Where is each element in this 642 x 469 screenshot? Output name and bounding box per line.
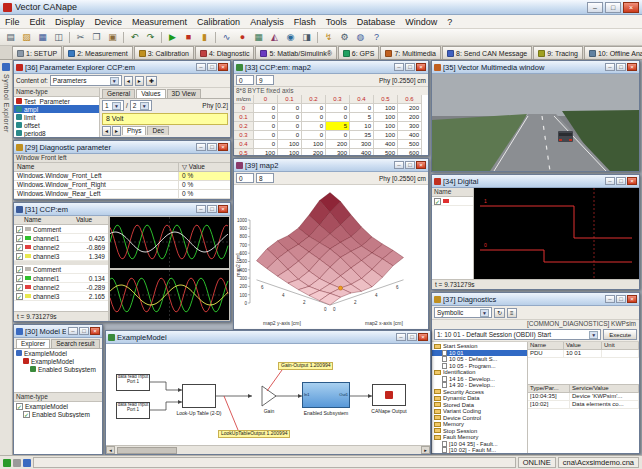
flash-icon[interactable]: ↯: [321, 30, 336, 44]
settings-icon[interactable]: ⚙: [337, 30, 352, 44]
menu-flash[interactable]: Flash: [289, 16, 321, 28]
checkbox-icon[interactable]: ✓: [16, 403, 23, 410]
param-tree-item[interactable]: offset: [14, 121, 99, 129]
map-cell[interactable]: 200: [398, 113, 422, 122]
param-tree-item[interactable]: period8: [14, 129, 99, 137]
map-y-field[interactable]: 9: [256, 75, 274, 85]
map-cell[interactable]: 100: [374, 104, 398, 113]
execute-button[interactable]: Execute: [603, 329, 637, 340]
help-icon[interactable]: ?: [369, 30, 384, 44]
menu-edit[interactable]: Edit: [25, 16, 51, 28]
minimize-button[interactable]: –: [605, 63, 615, 71]
start-measurement-icon[interactable]: ▶: [165, 30, 180, 44]
phys-tab[interactable]: Phys: [122, 126, 146, 135]
undo-icon[interactable]: ↶: [127, 30, 142, 44]
map-cell[interactable]: 0: [302, 131, 326, 140]
back-button[interactable]: ◂: [124, 76, 133, 86]
map-cell[interactable]: 400: [398, 131, 422, 140]
minimize-button[interactable]: –: [605, 177, 615, 185]
scope-channel-row[interactable]: ✓Comment: [14, 225, 108, 234]
log-type-header[interactable]: Type/Par...: [528, 385, 570, 393]
enabled-subsystem-block[interactable]: In1 Out1: [302, 382, 350, 408]
workspace-tab-9[interactable]: 9: Tracing: [533, 46, 583, 59]
minimize-button[interactable]: –: [396, 333, 406, 341]
workspace-tab-6[interactable]: 6: GPS: [338, 46, 380, 59]
map-cell[interactable]: 0: [254, 122, 278, 131]
save-icon[interactable]: ▦: [35, 30, 50, 44]
checkbox-icon[interactable]: ✓: [16, 253, 23, 260]
database-icon[interactable]: ◍: [353, 30, 368, 44]
model-tree-item[interactable]: ExampleModel: [14, 357, 102, 365]
close-button[interactable]: ×: [418, 333, 428, 341]
close-button[interactable]: ×: [218, 205, 228, 213]
map-cell[interactable]: 0: [278, 122, 302, 131]
paste-icon[interactable]: ▣: [105, 30, 120, 44]
map-cell[interactable]: 0: [302, 122, 326, 131]
refresh-icon[interactable]: ↻: [494, 308, 505, 318]
checkbox-icon[interactable]: ✓: [16, 226, 23, 233]
map-cell[interactable]: 200: [326, 140, 350, 149]
input-block-2[interactable]: data read Input Port 1: [116, 402, 150, 419]
map-cell[interactable]: 0: [326, 131, 350, 140]
diagnostic-parameter-row[interactable]: Windows.Window_Front_Left0 %: [14, 172, 230, 181]
x-index-spinner[interactable]: 1 ▼: [102, 100, 124, 111]
tab-3d-view[interactable]: 3D View: [167, 89, 201, 98]
lookup-table-block[interactable]: [182, 384, 216, 408]
workspace-tab-8[interactable]: 8: Send CAN Message: [442, 46, 532, 59]
menu-device[interactable]: Device: [90, 16, 128, 28]
map-cell[interactable]: 0: [326, 113, 350, 122]
workspace-tab-2[interactable]: 2: Measurement: [63, 46, 133, 59]
workspace-tab-5[interactable]: 5: Matlab/Simulink®: [255, 46, 336, 59]
checkbox-icon[interactable]: ✓: [16, 244, 23, 251]
close-button[interactable]: ×: [627, 63, 637, 71]
content-of-combobox[interactable]: Parameters ▼: [50, 75, 122, 86]
column-name-header[interactable]: Name: [14, 163, 178, 171]
menu-measurement[interactable]: Measurement: [127, 16, 192, 28]
map-cell[interactable]: 400: [374, 140, 398, 149]
diagnostics-log-row[interactable]: [10:02]Data elements co...: [528, 401, 639, 409]
minimize-button[interactable]: –: [196, 63, 206, 71]
menu-[interactable]: ?: [442, 16, 457, 28]
scroll-right-icon[interactable]: ▸: [112, 126, 121, 136]
maximize-button[interactable]: □: [405, 161, 415, 169]
map-cell[interactable]: 300: [350, 140, 374, 149]
param-tree-item[interactable]: ampl: [14, 105, 99, 113]
maximize-button[interactable]: □: [616, 295, 626, 303]
lookup-output-label[interactable]: LookUpTableOutput 1.200994: [218, 430, 290, 438]
symbol-explorer-bar[interactable]: Symbol Explorer: [0, 60, 13, 455]
name-type-tree-item[interactable]: ✓ExampleModel: [14, 402, 102, 410]
close-button[interactable]: ×: [627, 295, 637, 303]
scope-channel-row[interactable]: ✓channel2-0.869: [14, 243, 108, 252]
parameter-value[interactable]: 0 %: [178, 172, 230, 180]
menu-window[interactable]: Window: [400, 16, 442, 28]
param-tree-item[interactable]: limit: [14, 113, 99, 121]
y-index-spinner[interactable]: 2 ▼: [130, 100, 152, 111]
minimize-button[interactable]: –: [394, 161, 404, 169]
map-cell[interactable]: 300: [398, 122, 422, 131]
close-button[interactable]: ×: [90, 327, 100, 335]
column-value-header[interactable]: ▽ Value: [178, 163, 230, 171]
scope-value-header[interactable]: Value: [76, 216, 108, 224]
diagnostics-result-row[interactable]: PDU10 01: [528, 350, 639, 358]
result-unit-header[interactable]: Unit: [602, 342, 639, 350]
menu-analysis[interactable]: Analysis: [245, 16, 289, 28]
checkbox-icon[interactable]: ✓: [23, 411, 30, 418]
checkbox-icon[interactable]: ✓: [16, 275, 23, 282]
map-cell[interactable]: 100: [302, 140, 326, 149]
digital-scope-titlebar[interactable]: [34] Digital –□×: [432, 175, 639, 188]
map-cell[interactable]: 5: [326, 122, 350, 131]
minimize-button[interactable]: –: [605, 295, 615, 303]
tab-general[interactable]: General: [102, 89, 135, 98]
model-explorer-titlebar[interactable]: [30] Model Explorer –□×: [14, 325, 102, 338]
map-x-field[interactable]: 0: [236, 75, 254, 85]
workspace-tab-10[interactable]: 10: Offline Analysis: [584, 46, 642, 59]
model-tree-item[interactable]: ExampleModel: [14, 349, 102, 357]
scope-channel-row[interactable]: ✓channel10.426: [14, 234, 108, 243]
request-combobox[interactable]: 1: 10 01 - Default Session (OBDII) Start…: [434, 329, 601, 340]
scope-channel-row[interactable]: ✓channel32.165: [14, 292, 108, 301]
dec-tab[interactable]: Dec: [147, 126, 169, 135]
cut-icon[interactable]: ✂: [73, 30, 88, 44]
tab-explorer[interactable]: Explorer: [16, 339, 50, 348]
maximize-button[interactable]: □: [407, 333, 417, 341]
diagram-scrollbar[interactable]: ◂ ▸: [106, 445, 430, 454]
